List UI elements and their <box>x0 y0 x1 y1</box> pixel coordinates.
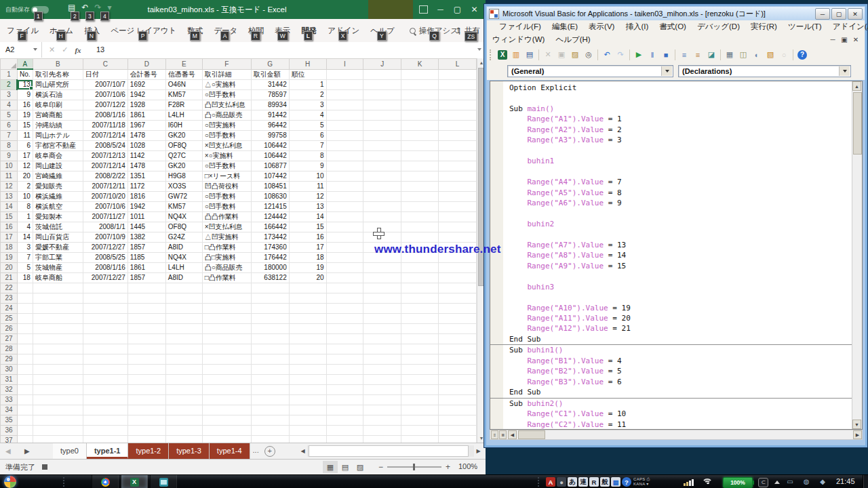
cell[interactable]: 96442 <box>251 120 289 130</box>
cell[interactable]: 8 <box>289 150 326 161</box>
cell[interactable] <box>363 405 401 415</box>
toolbox-icon[interactable]: ▧ <box>764 49 776 61</box>
code-line[interactable]: buhin3 <box>490 282 852 292</box>
row-header-10[interactable]: 10 <box>1 161 18 171</box>
cell[interactable] <box>401 120 439 130</box>
cell[interactable]: 2007/10/7 <box>83 79 127 89</box>
cell[interactable] <box>439 201 477 211</box>
cell[interactable]: OF8Q <box>165 140 202 150</box>
copy-icon[interactable]: ▣ <box>555 49 568 61</box>
code-line[interactable] <box>490 208 852 218</box>
cell[interactable] <box>17 283 33 293</box>
code-line[interactable]: buhin2 <box>490 219 852 229</box>
cell[interactable] <box>251 354 289 364</box>
cell[interactable] <box>251 405 289 415</box>
cell[interactable] <box>83 415 127 425</box>
cell[interactable] <box>439 364 477 374</box>
cell[interactable] <box>401 181 439 191</box>
cell[interactable] <box>326 394 363 405</box>
cell[interactable]: 10 <box>289 171 326 181</box>
cell[interactable]: 2008/2/22 <box>83 171 127 181</box>
cell[interactable] <box>363 201 401 211</box>
cell[interactable]: 取引先名称 <box>33 69 83 79</box>
cell[interactable]: 1967 <box>127 120 165 130</box>
cell[interactable]: F28R <box>165 100 202 110</box>
cell[interactable] <box>83 425 127 435</box>
cell[interactable]: 106442 <box>251 150 289 161</box>
code-line[interactable]: Range("A3").Value = 3 <box>490 135 852 145</box>
cell[interactable] <box>401 222 439 232</box>
code-line[interactable]: Range("A6").Value = 9 <box>490 198 852 208</box>
cell[interactable] <box>127 323 165 333</box>
cell[interactable]: 7 <box>17 252 33 262</box>
cell[interactable] <box>439 171 477 181</box>
zoom-percent-label[interactable]: 100% <box>458 462 477 470</box>
ime-help-icon[interactable]: ? <box>622 477 631 487</box>
cell[interactable] <box>439 405 477 415</box>
cell[interactable] <box>439 283 477 293</box>
intellisense-icon[interactable]: ○ <box>778 49 790 61</box>
cell[interactable] <box>439 374 477 384</box>
cell[interactable] <box>401 323 439 333</box>
cell[interactable]: 2007/11/27 <box>83 211 127 222</box>
col-header-G[interactable]: G <box>251 59 289 70</box>
cell[interactable] <box>127 364 165 374</box>
cell[interactable] <box>439 69 477 79</box>
cell[interactable] <box>326 262 363 272</box>
row-header-36[interactable]: 36 <box>1 425 18 435</box>
cell[interactable] <box>33 344 83 354</box>
cell[interactable] <box>289 293 326 303</box>
close-button[interactable]: ✕ <box>466 0 483 19</box>
insert-function-icon[interactable]: fx <box>75 46 81 54</box>
cell[interactable] <box>363 394 401 405</box>
cell[interactable] <box>401 364 439 374</box>
code-line[interactable] <box>490 271 852 281</box>
cell[interactable]: 1857 <box>127 242 165 252</box>
cell[interactable] <box>251 293 289 303</box>
select-all-corner[interactable] <box>1 59 18 70</box>
cell[interactable] <box>363 171 401 181</box>
cell[interactable]: 89934 <box>251 100 289 110</box>
cell[interactable] <box>401 313 439 323</box>
share-button[interactable]: ↥ 共有 ZS <box>455 19 480 42</box>
break-icon[interactable]: ‖ <box>646 49 658 61</box>
cell[interactable]: L4LH <box>165 110 202 120</box>
cell[interactable] <box>202 364 251 374</box>
cell[interactable]: 1142 <box>127 150 165 161</box>
cell[interactable] <box>165 313 202 323</box>
cell[interactable] <box>326 181 363 191</box>
cell[interactable]: L4LH <box>165 262 202 272</box>
cell[interactable] <box>363 262 401 272</box>
cell[interactable] <box>33 384 83 394</box>
cell[interactable]: 1011 <box>127 211 165 222</box>
cell[interactable] <box>165 344 202 354</box>
cell[interactable] <box>363 79 401 89</box>
cell[interactable] <box>202 303 251 313</box>
cell[interactable] <box>439 323 477 333</box>
zoom-slider[interactable] <box>387 466 441 468</box>
col-header-K[interactable]: K <box>401 59 439 70</box>
cell[interactable] <box>202 283 251 293</box>
cell[interactable]: 2 <box>289 89 326 100</box>
cell[interactable] <box>401 89 439 100</box>
row-header-13[interactable]: 13 <box>1 191 18 201</box>
cell[interactable]: 6 <box>289 130 326 140</box>
cell[interactable] <box>251 344 289 354</box>
cell[interactable] <box>251 374 289 384</box>
cell[interactable]: 横浜繊維 <box>33 191 83 201</box>
sheet-tab-type1-1[interactable]: type1-1 <box>87 443 129 459</box>
dropbox-tray-icon[interactable]: ◆ <box>818 477 827 487</box>
cell[interactable] <box>401 272 439 283</box>
cell[interactable] <box>363 374 401 384</box>
cell[interactable] <box>363 191 401 201</box>
row-header-12[interactable]: 12 <box>1 181 18 191</box>
cell[interactable]: 取引詳細 <box>202 69 251 79</box>
design-mode-icon[interactable]: ◪ <box>705 49 717 61</box>
help-icon[interactable]: ? <box>797 50 807 60</box>
cell[interactable] <box>127 425 165 435</box>
cell[interactable]: □凸作業料 <box>202 272 251 283</box>
cell[interactable] <box>439 110 477 120</box>
cell[interactable]: I60H <box>165 120 202 130</box>
cell[interactable] <box>326 222 363 232</box>
code-vertical-scrollbar[interactable]: ▲ ▼ <box>852 81 862 429</box>
